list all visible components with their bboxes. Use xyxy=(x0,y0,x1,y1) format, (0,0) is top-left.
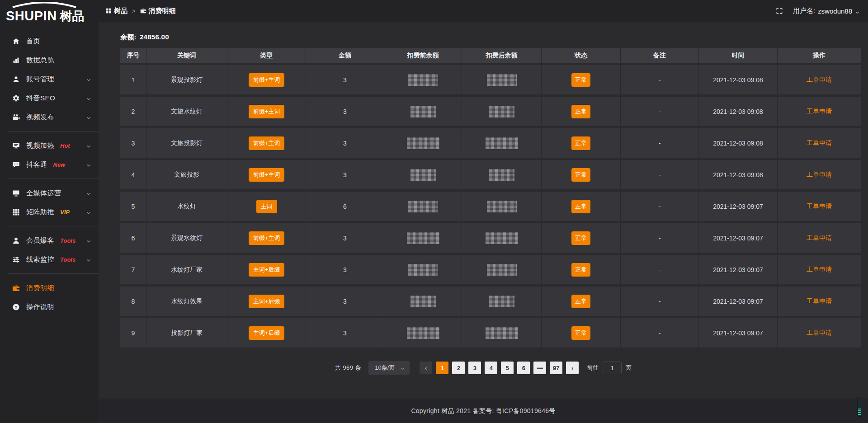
column-header: 备注 xyxy=(621,48,699,63)
sidebar-item-video-publish[interactable]: 视频发布 xyxy=(0,108,99,127)
topbar: 树品 > 消费明细 用户名: zswodun88 xyxy=(99,0,868,22)
user-menu[interactable]: 用户名: zswodun88 xyxy=(793,7,860,15)
sidebar-menu: 首页数据总览账号管理抖音SEO视频发布视频加热Hot抖客通New全媒体运营矩阵助… xyxy=(0,27,99,423)
table-row: 4文旅投影前缀+主词3正常-2021-12-03 09:08工单申请 xyxy=(120,160,861,189)
widget-stripes xyxy=(858,409,861,415)
work-order-link[interactable]: 工单申请 xyxy=(807,171,832,179)
cell-keyword: 文旅投影 xyxy=(146,160,227,189)
masked-balance-before xyxy=(408,264,438,276)
cell-remark: - xyxy=(621,318,699,348)
table-header-row: 序号关键词类型金额扣费前余额扣费后余额状态备注时间操作 xyxy=(120,48,861,63)
sidebar-item-all-media-operation[interactable]: 全媒体运营 xyxy=(0,183,99,202)
work-order-link[interactable]: 工单申请 xyxy=(807,266,832,274)
sidebar-item-data-overview[interactable]: 数据总览 xyxy=(0,51,99,70)
sidebar-item-label: 全媒体运营 xyxy=(26,189,61,197)
chevron-down-icon xyxy=(86,76,91,82)
cell-remark: - xyxy=(621,223,699,253)
cell-balance-after xyxy=(462,65,542,94)
next-page-button[interactable]: › xyxy=(566,362,579,374)
sidebar-divider xyxy=(8,273,99,274)
sidebar-item-operation-guide[interactable]: ?操作说明 xyxy=(0,297,99,316)
monitor-icon xyxy=(12,189,20,197)
goto-page-input[interactable] xyxy=(603,362,622,374)
cell-amount: 3 xyxy=(306,128,384,158)
chevron-down-icon xyxy=(86,190,91,196)
status-badge: 正常 xyxy=(571,73,590,87)
page-button-4[interactable]: 4 xyxy=(485,362,497,374)
chevron-down-icon xyxy=(855,9,860,14)
sidebar-divider xyxy=(8,179,99,179)
cell-type: 主词+后缀 xyxy=(227,318,306,348)
sidebar-item-video-heating[interactable]: 视频加热Hot xyxy=(0,136,99,155)
sidebar-item-badge: New xyxy=(53,161,66,168)
cell-balance-after xyxy=(462,160,542,189)
breadcrumb-item-shupin[interactable]: 树品 xyxy=(114,7,127,15)
work-order-link[interactable]: 工单申请 xyxy=(807,297,832,306)
username-label: 用户名: xyxy=(793,7,815,15)
sidebar-item-label: 账号管理 xyxy=(26,75,54,84)
work-order-link[interactable]: 工单申请 xyxy=(807,139,832,147)
ellipsis-button[interactable]: ••• xyxy=(533,362,546,374)
main-content: 余额:24856.00 序号关键词类型金额扣费前余额扣费后余额状态备注时间操作 … xyxy=(99,22,868,423)
page-button-5[interactable]: 5 xyxy=(501,362,514,374)
sidebar-item-douyin-seo[interactable]: 抖音SEO xyxy=(0,89,99,108)
work-order-link[interactable]: 工单申请 xyxy=(807,329,832,337)
cell-amount: 3 xyxy=(306,160,384,189)
breadcrumb-item-consume-detail[interactable]: 消费明细 xyxy=(149,7,176,15)
sidebar-item-consume-detail[interactable]: 消费明细 xyxy=(0,278,99,297)
cell-type: 前缀+主词 xyxy=(227,160,306,189)
type-badge: 主词+后缀 xyxy=(249,326,285,340)
chevron-down-icon xyxy=(86,209,91,215)
cell-balance-before xyxy=(384,65,462,94)
cell-no: 7 xyxy=(120,255,146,284)
page-button-6[interactable]: 6 xyxy=(517,362,530,374)
sidebar-item-douketong[interactable]: 抖客通New xyxy=(0,155,99,174)
cell-keyword: 水纹灯厂家 xyxy=(146,255,227,284)
sidebar-item-clue-monitor[interactable]: 线索监控Tools xyxy=(0,250,99,269)
sidebar-item-matrix-boost[interactable]: 矩阵助推VIP xyxy=(0,202,99,221)
prev-page-button[interactable]: ‹ xyxy=(420,362,432,374)
wallet-icon xyxy=(140,8,146,14)
type-badge: 前缀+主词 xyxy=(249,168,285,182)
work-order-link[interactable]: 工单申请 xyxy=(807,108,832,116)
chevron-down-icon xyxy=(86,95,91,101)
work-order-link[interactable]: 工单申请 xyxy=(807,234,832,242)
heat-icon xyxy=(12,142,20,150)
cell-type: 主词 xyxy=(227,192,306,221)
status-badge: 正常 xyxy=(571,263,590,277)
sidebar-item-account-management[interactable]: 账号管理 xyxy=(0,70,99,89)
sidebar-item-home[interactable]: 首页 xyxy=(0,32,99,51)
type-badge: 前缀+主词 xyxy=(249,136,285,150)
fullscreen-icon[interactable] xyxy=(776,7,783,14)
page-button-2[interactable]: 2 xyxy=(452,362,465,374)
masked-balance-after xyxy=(489,106,514,118)
type-badge: 主词+后缀 xyxy=(249,295,285,308)
pagination: 共 969 条 10条/页 ‹ 123456•••97 › 前往 页 xyxy=(99,361,868,375)
cell-time: 2021-12-03 09:07 xyxy=(699,192,778,221)
dashboard-icon xyxy=(105,8,112,14)
cell-no: 6 xyxy=(120,223,146,253)
status-badge: 正常 xyxy=(571,326,590,340)
cell-amount: 3 xyxy=(306,97,384,126)
page-button-97[interactable]: 97 xyxy=(550,362,562,374)
sidebar-item-label: 视频加热 xyxy=(26,141,54,150)
page-size-select[interactable]: 10条/页 xyxy=(368,361,410,375)
cell-time: 2021-12-03 09:08 xyxy=(699,65,778,94)
cell-keyword: 景观投影灯 xyxy=(146,65,227,94)
cell-action: 工单申请 xyxy=(778,128,861,158)
work-order-link[interactable]: 工单申请 xyxy=(807,202,832,211)
table-row: 6景观水纹灯前缀+主词3正常-2021-12-03 09:07工单申请 xyxy=(120,223,861,253)
table-row: 5水纹灯主词6正常-2021-12-03 09:07工单申请 xyxy=(120,192,861,221)
cell-balance-after xyxy=(462,287,542,316)
page-button-3[interactable]: 3 xyxy=(468,362,481,374)
chart-icon xyxy=(12,56,20,64)
sidebar-item-member-customer[interactable]: 会员爆客Tools xyxy=(0,231,99,250)
floating-scroll-widget[interactable] xyxy=(857,397,862,417)
cell-status: 正常 xyxy=(542,97,621,126)
cell-status: 正常 xyxy=(542,128,621,158)
consume-table: 序号关键词类型金额扣费前余额扣费后余额状态备注时间操作 1景观投影灯前缀+主词3… xyxy=(120,48,861,350)
work-order-link[interactable]: 工单申请 xyxy=(807,76,832,84)
status-badge: 正常 xyxy=(571,200,590,213)
sidebar-item-label: 数据总览 xyxy=(26,56,54,65)
page-button-1[interactable]: 1 xyxy=(436,362,448,374)
